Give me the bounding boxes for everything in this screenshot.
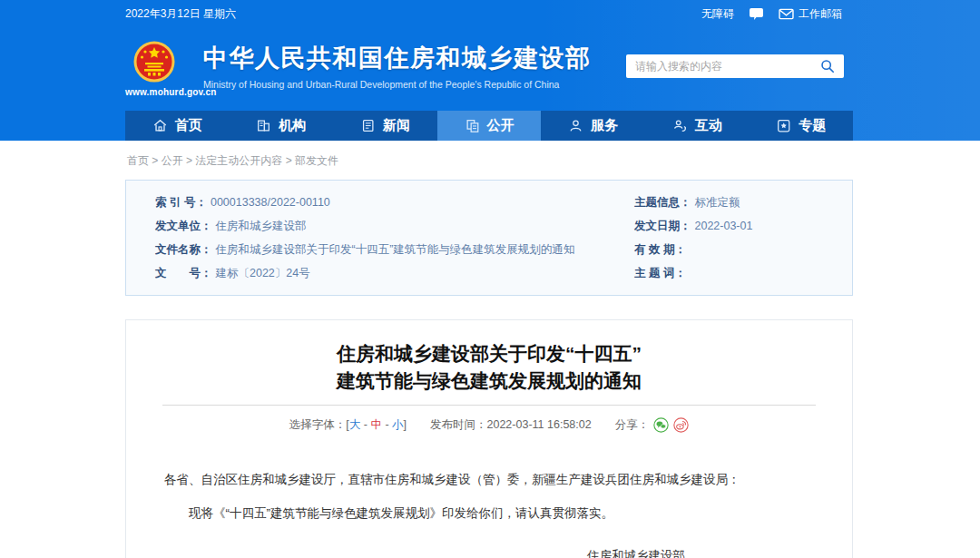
nav-label: 互动 [695, 117, 722, 134]
service-person-icon [568, 118, 583, 133]
nav-item-org[interactable]: 机构 [230, 111, 334, 141]
publish-time-label: 发布时间： [430, 418, 487, 431]
search-box [626, 54, 844, 78]
meta-value: 住房和城乡建设部 [216, 220, 307, 232]
nav-item-interaction[interactable]: 互动 [645, 111, 750, 141]
weibo-share-icon[interactable] [673, 417, 689, 433]
site-subtitle: Ministry of Housing and Urban-Rural Deve… [203, 79, 592, 90]
breadcrumb[interactable]: 首页 > 公开 > 法定主动公开内容 > 部发文件 [127, 153, 980, 169]
comment-bubble-icon [749, 7, 764, 21]
nav-label: 首页 [175, 117, 202, 134]
main-nav: 首页 机构 新闻 [125, 111, 853, 141]
nav-item-news[interactable]: 新闻 [333, 111, 437, 141]
disclosure-docs-icon [465, 118, 480, 133]
document-body: 各省、自治区住房和城乡建设厅，直辖市住房和城乡建设（管）委，新疆生产建设兵团住房… [126, 471, 852, 523]
national-emblem-logo [132, 40, 176, 85]
document-title-line2: 建筑节能与绿色建筑发展规划的通知 [126, 367, 852, 395]
meta-row-index-number: 索 引 号：000013338/2022-00110 [155, 195, 634, 210]
signature-org: 住房和城乡建设部 [126, 547, 852, 558]
top-bar: 2022年3月12日 星期六 无障碍 工作邮箱 [0, 0, 980, 27]
document-meta-row: 选择字体：[大 - 中 - 小] 发布时间：2022-03-11 16:58:0… [126, 417, 852, 433]
share-controls: 分享： [615, 417, 690, 433]
meta-row-valid-period: 有 效 期： [634, 242, 852, 257]
nav-item-topics[interactable]: 专题 [749, 111, 853, 141]
meta-row-theme-info: 主题信息：标准定额 [634, 195, 852, 210]
nav-label: 新闻 [383, 117, 410, 134]
topics-star-icon [776, 118, 791, 133]
meta-label: 文 号： [155, 267, 212, 279]
meta-row-file-name: 文件名称：住房和城乡建设部关于印发“十四五”建筑节能与绿色建筑发展规划的通知 [155, 242, 634, 257]
meta-row-doc-number: 文 号：建标〔2022〕24号 [155, 266, 634, 280]
publish-time: 发布时间：2022-03-11 16:58:02 [430, 417, 592, 433]
nav-label: 服务 [591, 117, 618, 134]
paragraph-recipients: 各省、自治区住房和城乡建设厅，直辖市住房和城乡建设（管）委，新疆生产建设兵团住房… [164, 471, 814, 489]
bracket-close: ] [404, 418, 407, 431]
meta-value: 2022-03-01 [695, 220, 753, 232]
meta-value: 建标〔2022〕24号 [216, 267, 310, 279]
separator: - [382, 418, 392, 431]
nav-item-disclosure[interactable]: 公开 [437, 111, 542, 141]
font-size-selector: 选择字体：[大 - 中 - 小] [289, 417, 407, 433]
document-title: 住房和城乡建设部关于印发“十四五” 建筑节能与绿色建筑发展规划的通知 [126, 340, 852, 395]
mail-icon [779, 7, 794, 20]
document-meta-card: 索 引 号：000013338/2022-00110 发文单位：住房和城乡建设部… [125, 180, 853, 296]
share-label: 分享： [615, 417, 650, 433]
site-branding: www.mohurd.gov.cn 中华人民共和国住房和城乡建设部 Minist… [125, 40, 592, 97]
site-header: 2022年3月12日 星期六 无障碍 工作邮箱 [0, 0, 980, 141]
home-icon [152, 118, 168, 133]
title-divider [162, 405, 816, 406]
accessibility-link[interactable]: 无障碍 [701, 6, 734, 22]
meta-row-issuing-unit: 发文单位：住房和城乡建设部 [155, 219, 634, 233]
paragraph-main: 现将《“十四五”建筑节能与绿色建筑发展规划》印发给你们，请认真贯彻落实。 [164, 504, 814, 523]
meta-label: 文件名称： [155, 243, 212, 256]
meta-label: 发文单位： [155, 220, 212, 232]
wechat-share-icon[interactable] [653, 417, 669, 433]
search-icon [820, 59, 835, 73]
meta-value: 标准定额 [695, 196, 740, 209]
meta-label: 有 效 期： [634, 243, 686, 256]
meta-value: 住房和城乡建设部关于印发“十四五”建筑节能与绿色建筑发展规划的通知 [216, 243, 575, 256]
meta-label: 主 题 词： [634, 267, 686, 279]
search-button[interactable] [819, 58, 836, 74]
work-mailbox-label: 工作邮箱 [799, 6, 842, 22]
current-date: 2022年3月12日 星期六 [125, 6, 236, 22]
site-title: 中华人民共和国住房和城乡建设部 [203, 44, 592, 73]
interaction-icon [672, 118, 688, 133]
meta-value: 000013338/2022-00110 [211, 196, 330, 209]
search-input[interactable] [635, 60, 819, 73]
nav-item-home[interactable]: 首页 [125, 111, 230, 141]
meta-label: 发文日期： [634, 220, 691, 232]
news-document-icon [360, 118, 376, 133]
document-title-line1: 住房和城乡建设部关于印发“十四五” [126, 340, 852, 367]
document-card: 住房和城乡建设部关于印发“十四五” 建筑节能与绿色建筑发展规划的通知 选择字体：… [125, 319, 853, 558]
nav-label: 公开 [487, 117, 514, 134]
meta-label: 主题信息： [634, 196, 691, 209]
meta-row-issue-date: 发文日期：2022-03-01 [634, 219, 852, 233]
font-size-medium-link[interactable]: 中 [370, 418, 382, 431]
nav-item-service[interactable]: 服务 [541, 111, 645, 141]
separator: - [360, 418, 370, 431]
publish-time-value: 2022-03-11 16:58:02 [487, 418, 592, 431]
font-size-large-link[interactable]: 大 [349, 418, 361, 431]
meta-label: 索 引 号： [155, 196, 207, 209]
font-size-small-link[interactable]: 小 [392, 418, 404, 431]
meta-row-keywords: 主 题 词： [634, 266, 852, 280]
comment-bubble-button[interactable] [749, 7, 764, 21]
accessibility-label: 无障碍 [701, 6, 734, 22]
work-mailbox-link[interactable]: 工作邮箱 [779, 6, 842, 22]
font-select-label: 选择字体： [289, 418, 347, 431]
nav-label: 专题 [799, 117, 826, 134]
org-building-icon [256, 118, 271, 133]
nav-label: 机构 [279, 117, 306, 134]
